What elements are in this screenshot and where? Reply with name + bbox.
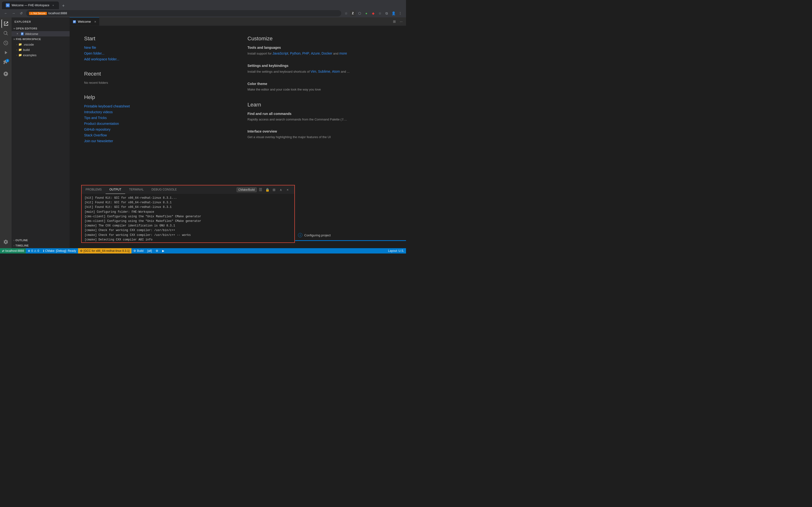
address-bar[interactable]: ⚠ Not Secure localhost:8888 <box>26 10 341 16</box>
activity-settings[interactable] <box>1 237 10 246</box>
folder-build[interactable]: › 📁 build <box>12 47 69 52</box>
extensions-badge: 1 <box>6 59 9 62</box>
split-editor-button[interactable]: ⊞ <box>392 18 397 24</box>
tools-more-link[interactable]: more <box>339 51 347 55</box>
status-right: Layout: U.S. <box>386 249 406 252</box>
activity-explorer[interactable] <box>1 19 10 28</box>
tab-close-button[interactable]: × <box>51 3 55 7</box>
tools-php-link[interactable]: PHP <box>302 51 309 55</box>
open-folder-link[interactable]: Open folder... <box>84 51 228 55</box>
errors-warnings[interactable]: ⊗ 0 ⚠ 0 <box>26 248 41 253</box>
settings-sublime-link[interactable]: Sublime <box>318 69 331 73</box>
open-panel-button[interactable]: ⊞ <box>271 187 277 193</box>
lock-button[interactable]: 🔒 <box>264 187 270 193</box>
cmake-label: CMake: [Debug]: Ready <box>45 249 76 252</box>
cmake-build-select[interactable]: CMake/Build <box>237 187 257 192</box>
tools-desc-text: Install support for <box>248 52 272 55</box>
activity-run[interactable] <box>1 48 10 57</box>
settings-gear[interactable]: ⚙ <box>154 248 160 253</box>
output-line-2: [kit] Found Kit: GCC for x86_64-redhat-l… <box>85 205 292 210</box>
warning-count: 0 <box>38 249 39 252</box>
product-documentation-link[interactable]: Product documentation <box>84 122 228 125</box>
open-editors-item-welcome[interactable]: × Welcome <box>12 31 69 37</box>
security-label: Not Secure <box>33 12 45 15</box>
open-editors-section: ▾ Open Editors × Welcome <box>12 26 69 37</box>
close-file-icon[interactable]: × <box>15 32 19 36</box>
join-newsletter-link[interactable]: Join our Newsletter <box>84 139 228 143</box>
bookmark-button[interactable]: ☆ <box>343 10 349 16</box>
tab-bar: W Welcome — FHE-Workspace × + <box>0 0 406 9</box>
terminal-tab[interactable]: TERMINAL <box>125 185 148 194</box>
settings-atom-link[interactable]: Atom <box>332 69 340 73</box>
close-panel-button[interactable]: × <box>285 187 291 193</box>
tools-and: and <box>333 52 339 55</box>
activity-search[interactable] <box>1 29 10 38</box>
tools-python-link[interactable]: Python <box>290 51 301 55</box>
account-button[interactable]: 👤 <box>391 10 396 16</box>
expand-panel-button[interactable]: ∧ <box>278 187 284 193</box>
workspace-chevron-icon: ▾ <box>13 38 15 41</box>
activity-bar-bottom <box>1 237 10 246</box>
run-button[interactable]: ▶ <box>160 248 166 253</box>
output-line-1: [kit] Found Kit: GCC for x86_64-redhat-l… <box>85 201 292 205</box>
new-file-link[interactable]: New file <box>84 46 228 50</box>
tools-docker-link[interactable]: Docker <box>322 51 332 55</box>
printable-cheatsheet-link[interactable]: Printable keyboard cheatsheet <box>84 104 228 108</box>
chevron-down-icon: ▾ <box>13 27 15 30</box>
clear-output-button[interactable]: ☰ <box>258 187 263 193</box>
tips-tricks-link[interactable]: Tips and Tricks <box>84 116 228 120</box>
back-button[interactable]: ← <box>3 10 9 16</box>
recent-section: Recent No recent folders <box>84 71 228 84</box>
workspace-header[interactable]: ▾ FHE-Workspace <box>12 37 69 42</box>
browser-tab-active[interactable]: W Welcome — FHE-Workspace × <box>2 1 59 9</box>
gcc-label: [GCC for x86_64-redhat-linux 8.3.1] <box>84 249 130 252</box>
stack-overflow-link[interactable]: Stack Overflow <box>84 133 228 137</box>
extension-icon-1[interactable]: ⬡ <box>357 10 362 16</box>
right-panel-progress <box>295 240 406 241</box>
output-tab[interactable]: OUTPUT <box>106 185 125 194</box>
debug-console-tab[interactable]: DEBUG CONSOLE <box>148 185 181 194</box>
activity-git[interactable] <box>1 39 10 47</box>
open-editors-header[interactable]: ▾ Open Editors <box>12 26 69 31</box>
activity-remote[interactable] <box>1 69 10 78</box>
extensions-puzzle[interactable]: ⧉ <box>384 10 390 16</box>
introductory-videos-link[interactable]: Introductory videos <box>84 110 228 114</box>
reload-button[interactable]: ↺ <box>18 10 24 16</box>
github-repository-link[interactable]: GitHub repository <box>84 127 228 131</box>
folder-vscode[interactable]: › 📁 .vscode <box>12 42 69 47</box>
extension-icon-2[interactable]: ● <box>363 10 369 16</box>
folder-examples[interactable]: › 📁 examples <box>12 52 69 58</box>
tools-js-link[interactable]: JavaScript <box>272 51 288 55</box>
settings-vim-link[interactable]: Vim <box>311 69 316 73</box>
new-tab-button[interactable]: + <box>60 2 67 9</box>
error-count: 0 <box>31 249 33 252</box>
gcc-status[interactable]: ⚙ [GCC for x86_64-redhat-linux 8.3.1] <box>78 248 132 253</box>
cmake-status[interactable]: ℹ CMake: [Debug]: Ready <box>41 248 78 253</box>
timeline-section[interactable]: › Timeline <box>12 243 69 248</box>
svg-rect-6 <box>73 21 75 22</box>
tools-azure-link[interactable]: Azure <box>311 51 320 55</box>
activity-extensions[interactable]: 1 <box>1 58 10 67</box>
build-status[interactable]: ⚙ Build <box>132 248 146 253</box>
customize-section: Customize Tools and languages Install su… <box>248 36 392 92</box>
welcome-tab-label: Welcome <box>78 20 91 23</box>
extension-icon-4[interactable]: ☆ <box>377 10 383 16</box>
forward-button[interactable]: → <box>11 10 16 16</box>
all-status[interactable]: [all] <box>146 248 154 253</box>
extension-icon-3[interactable]: ◆ <box>370 10 376 16</box>
more-actions-button[interactable]: ··· <box>398 18 404 24</box>
tab-close-x[interactable]: × <box>94 20 96 24</box>
problems-tab[interactable]: PROBLEMS <box>82 185 106 194</box>
welcome-tab[interactable]: Welcome × <box>69 17 99 25</box>
menu-button[interactable]: ⋮ <box>397 10 403 16</box>
cmake-icon: ℹ <box>43 249 44 252</box>
panel-tab-bar: PROBLEMS OUTPUT TERMINAL DEBUG CONSOLE C… <box>82 185 294 194</box>
start-section: Start New file Open folder... Add worksp… <box>84 36 228 61</box>
bottom-area: PROBLEMS OUTPUT TERMINAL DEBUG CONSOLE C… <box>81 185 406 243</box>
outline-section[interactable]: › Outline <box>12 237 69 243</box>
add-workspace-link[interactable]: Add workspace folder... <box>84 57 228 61</box>
layout-status[interactable]: Layout: U.S. <box>386 249 406 252</box>
svg-rect-3 <box>21 34 23 35</box>
remote-status[interactable]: ⇄ localhost:8888 <box>0 248 26 253</box>
extension-z-icon[interactable]: Z <box>350 10 356 16</box>
